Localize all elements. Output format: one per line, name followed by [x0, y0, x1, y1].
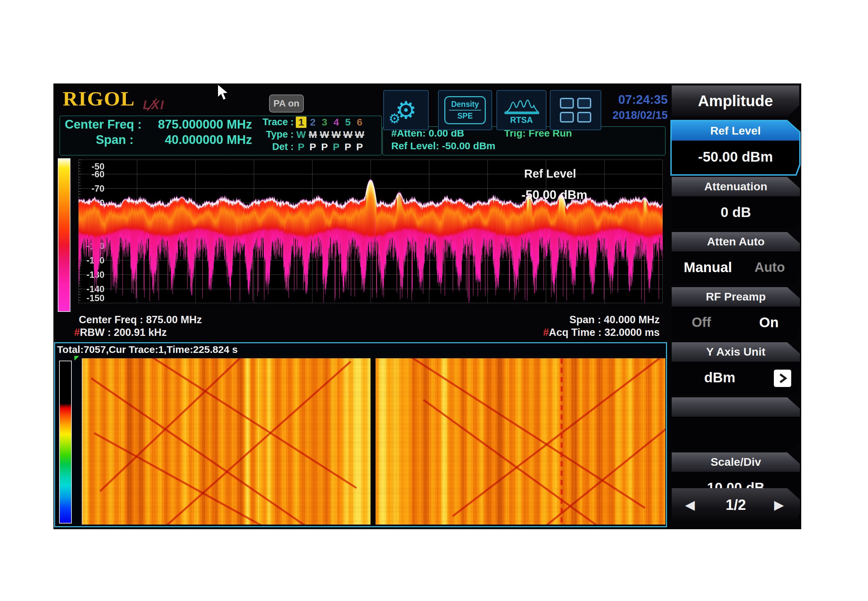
type-3: W [319, 129, 330, 140]
ref-level-button-value: -50.00 dBm [672, 140, 799, 174]
trace-4[interactable]: 4 [331, 116, 341, 128]
density-spe-icon: Density SPE [444, 96, 486, 124]
ref-level-button-label: Ref Level [672, 121, 799, 140]
footer-rbw: #RBW : 200.91 kHz [74, 326, 167, 339]
type-label: Type : [241, 129, 294, 140]
lxi-logo: LXI [143, 98, 164, 112]
clock-time: 07:24:35 [604, 93, 668, 107]
det-6: P [354, 141, 365, 153]
menu-title: Amplitude [672, 85, 799, 117]
rtsa-button[interactable]: RTSA [496, 90, 547, 130]
spe-label: SPE [457, 111, 473, 121]
pa-on-badge: PA on [269, 95, 304, 113]
density-colorbar [58, 158, 70, 312]
center-freq-label: Center Freq : [65, 117, 134, 131]
atten-auto-option[interactable]: Auto [754, 252, 785, 284]
grid-layout-icon [560, 98, 591, 122]
atten-manual-option[interactable]: Manual [684, 252, 732, 284]
attenuation-label: Attenuation [672, 177, 800, 196]
spectrogram-canvas [82, 358, 665, 525]
blank-label [672, 397, 800, 417]
footer-span: Span : 40.000 MHz [554, 314, 660, 326]
ref-level-status: Ref Level: -50.00 dBm [391, 140, 495, 152]
ref-level-overlay-value: -50.00 dBm [521, 188, 587, 202]
spectrum-density-canvas [78, 160, 663, 303]
menu-pagination: ◀ 1/2 ▶ [672, 488, 800, 522]
gear-small-icon: ⚙ [388, 111, 400, 126]
analyzer-screen: RIGOL LXI PA on Center Freq : 875.000000… [53, 84, 801, 529]
blank-value [672, 417, 800, 449]
mouse-cursor-icon [216, 84, 232, 104]
chevron-right-icon [778, 373, 787, 384]
det-1: P [296, 141, 306, 153]
rbw-coupled-icon: # [74, 326, 80, 338]
trace-1[interactable]: 1 [296, 116, 306, 128]
density-label: Density [451, 100, 479, 109]
spectrogram-colorbar [59, 361, 72, 523]
det-3: P [319, 141, 330, 153]
span-value[interactable]: 40.000000 MHz [152, 133, 252, 147]
clock-date: 2018/02/15 [604, 109, 668, 122]
spectrogram-panel: Total:7057,Cur Trace:1,Time:225.824 s [54, 342, 667, 527]
footer-acq-time: #Acq Time : 32.0000 ms [538, 326, 660, 339]
type-2: M [308, 129, 318, 140]
type-6: W [354, 129, 365, 140]
det-5: P [343, 141, 353, 153]
det-label: Det : [241, 141, 294, 152]
trace-6[interactable]: 6 [354, 116, 365, 128]
center-freq-value[interactable]: 875.000000 MHz [152, 117, 252, 131]
rf-preamp-label: RF Preamp [672, 287, 800, 307]
page-next-button[interactable]: ▶ [774, 488, 784, 522]
menu-item-attenuation[interactable]: Attenuation 0 dB [672, 177, 800, 229]
density-spe-button[interactable]: Density SPE [438, 90, 492, 130]
trace-marker-icon [75, 356, 79, 361]
y-axis-unit-label: Y Axis Unit [672, 342, 800, 362]
footer-center-freq: Center Freq : 875.00 MHz [79, 314, 202, 326]
scale-div-label: Scale/Div [672, 452, 800, 472]
attenuation-value: 0 dB [672, 196, 800, 229]
det-2: P [308, 141, 318, 153]
type-5: W [343, 129, 353, 140]
trace-5[interactable]: 5 [343, 116, 353, 128]
menu-item-ref-level[interactable]: Ref Level -50.00 dBm [670, 120, 801, 175]
menu-item-blank [672, 397, 800, 449]
rigol-logo: RIGOL [63, 87, 135, 110]
det-4: P [331, 141, 341, 153]
settings-button[interactable]: ⚙ ⚙ [383, 90, 429, 130]
atten-auto-label: Atten Auto [672, 232, 800, 252]
menu-item-rf-preamp[interactable]: RF Preamp Off On [672, 287, 800, 339]
trace-3[interactable]: 3 [319, 116, 330, 128]
type-4: W [331, 129, 341, 140]
spectrogram-status: Total:7057,Cur Trace:1,Time:225.824 s [57, 344, 238, 355]
menu-item-atten-auto[interactable]: Atten Auto Manual Auto [672, 232, 800, 284]
layout-button[interactable] [550, 90, 601, 130]
acq-coupled-icon: # [543, 326, 549, 338]
trace-2[interactable]: 2 [308, 116, 318, 128]
rtsa-label: RTSA [510, 115, 533, 125]
menu-item-y-axis-unit[interactable]: Y Axis Unit dBm [672, 342, 800, 394]
preamp-off-option[interactable]: Off [692, 307, 711, 339]
type-1: W [296, 129, 306, 140]
span-label: Span : [65, 133, 134, 147]
submenu-arrow-button[interactable] [774, 370, 791, 387]
ref-level-overlay-label: Ref Level [524, 167, 576, 180]
page: RIGOL LXI PA on Center Freq : 875.000000… [0, 0, 868, 601]
preamp-on-option[interactable]: On [759, 307, 778, 339]
y-axis-unit-value: dBm [672, 362, 768, 393]
trace-label: Trace : [241, 116, 294, 128]
rtsa-waveform-icon [503, 96, 540, 115]
